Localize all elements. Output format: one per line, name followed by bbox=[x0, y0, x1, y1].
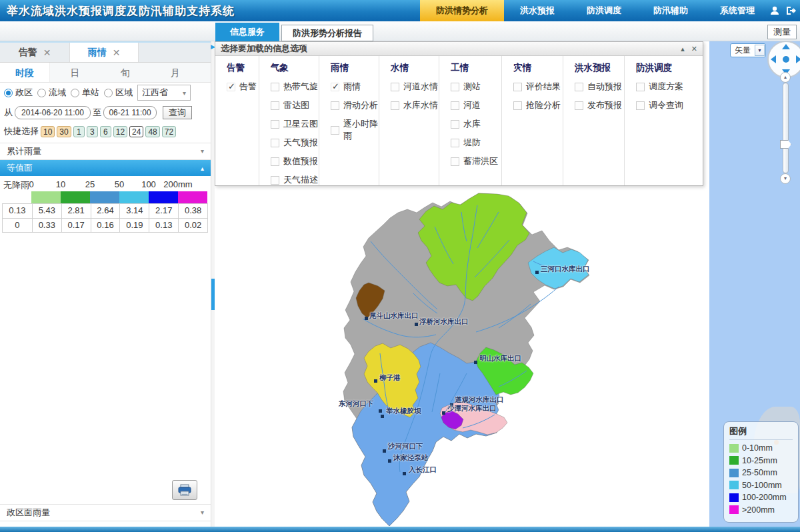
quick-select-button[interactable]: 10 bbox=[41, 126, 55, 137]
checkbox-item[interactable]: 告警 bbox=[215, 81, 259, 93]
quick-select-button[interactable]: 12 bbox=[113, 126, 127, 137]
nav-item[interactable]: 洪水预报 bbox=[504, 0, 571, 21]
checkbox-icon[interactable] bbox=[227, 83, 235, 91]
checkbox-item[interactable]: 调令查询 bbox=[625, 99, 691, 111]
station-label[interactable]: 东河河口下 bbox=[339, 399, 374, 409]
checkbox-item[interactable]: 堤防 bbox=[439, 137, 501, 149]
station-label[interactable]: 浮桥河水库出口 bbox=[419, 317, 469, 327]
quick-select-button[interactable]: 24 bbox=[129, 126, 143, 137]
checkbox-item[interactable]: 天气描述 bbox=[259, 174, 319, 186]
station-label[interactable]: 明山水库出口 bbox=[479, 354, 521, 363]
station-dot[interactable] bbox=[365, 317, 368, 320]
zoom-in-button[interactable]: ▴ bbox=[780, 72, 791, 83]
quick-select-button[interactable]: 48 bbox=[145, 126, 159, 137]
station-label[interactable]: 举水橡胶坝 bbox=[386, 407, 421, 416]
station-label[interactable]: 少潭河水库出口 bbox=[447, 404, 497, 413]
checkbox-item[interactable]: 雷达图 bbox=[259, 99, 319, 111]
query-button[interactable]: 查询 bbox=[163, 106, 192, 119]
station-dot[interactable] bbox=[535, 271, 539, 274]
checkbox-icon[interactable] bbox=[575, 83, 583, 91]
radio-district[interactable]: 政区 bbox=[4, 87, 33, 99]
quick-select-button[interactable]: 72 bbox=[162, 126, 176, 137]
checkbox-item[interactable]: 水库水情 bbox=[379, 99, 439, 111]
checkbox-icon[interactable] bbox=[331, 83, 339, 91]
checkbox-icon[interactable] bbox=[271, 83, 279, 91]
checkbox-icon[interactable] bbox=[451, 83, 459, 91]
period-tab-month[interactable]: 月 bbox=[150, 63, 200, 82]
period-tab-day[interactable]: 日 bbox=[50, 63, 100, 82]
station-label[interactable]: 沐家泾泵站 bbox=[393, 453, 429, 463]
checkbox-item[interactable]: 水库 bbox=[439, 118, 501, 130]
quick-select-button[interactable]: 6 bbox=[100, 126, 111, 137]
checkbox-icon[interactable] bbox=[331, 101, 339, 110]
checkbox-item[interactable]: 调度方案 bbox=[625, 81, 691, 93]
collapse-panel-icon[interactable]: ▴ bbox=[681, 45, 685, 53]
layer-select[interactable]: 矢量 ▾ bbox=[730, 43, 766, 57]
checkbox-icon[interactable] bbox=[391, 83, 399, 91]
checkbox-icon[interactable] bbox=[271, 157, 279, 166]
checkbox-icon[interactable] bbox=[271, 139, 279, 147]
station-label[interactable]: 道观河水库出口 bbox=[455, 395, 504, 405]
nav-item[interactable]: 防汛辅助 bbox=[637, 0, 704, 21]
quick-select-button[interactable]: 30 bbox=[57, 126, 71, 137]
checkbox-item[interactable]: 热带气旋 bbox=[259, 81, 319, 93]
radio-area[interactable]: 区域 bbox=[104, 87, 133, 99]
checkbox-item[interactable]: 蓄滞洪区 bbox=[439, 155, 501, 167]
checkbox-icon[interactable] bbox=[391, 101, 399, 110]
station-label[interactable]: 沙河河口下 bbox=[388, 442, 423, 451]
checkbox-icon[interactable] bbox=[451, 120, 459, 129]
checkbox-icon[interactable] bbox=[331, 126, 339, 135]
checkbox-item[interactable]: 逐小时降雨 bbox=[319, 118, 379, 142]
checkbox-icon[interactable] bbox=[451, 101, 459, 110]
checkbox-item[interactable]: 天气预报 bbox=[259, 137, 319, 149]
quick-select-button[interactable]: 1 bbox=[73, 126, 85, 137]
close-icon[interactable]: ✕ bbox=[43, 47, 51, 58]
checkbox-icon[interactable] bbox=[451, 139, 459, 147]
checkbox-icon[interactable] bbox=[636, 101, 645, 110]
date-from-input[interactable] bbox=[15, 106, 91, 119]
station-dot[interactable] bbox=[388, 459, 391, 463]
close-panel-icon[interactable]: ✕ bbox=[691, 45, 697, 53]
checkbox-item[interactable]: 评价结果 bbox=[502, 81, 563, 93]
pan-center-icon[interactable] bbox=[782, 55, 790, 63]
checkbox-item[interactable]: 抢险分析 bbox=[502, 99, 563, 111]
date-to-input[interactable] bbox=[103, 106, 157, 119]
close-icon[interactable]: ✕ bbox=[113, 47, 121, 58]
station-dot[interactable] bbox=[474, 361, 477, 364]
radio-station[interactable]: 单站 bbox=[71, 87, 99, 99]
checkbox-item[interactable]: 河道水情 bbox=[379, 81, 439, 93]
checkbox-icon[interactable] bbox=[271, 176, 279, 185]
checkbox-icon[interactable] bbox=[575, 101, 583, 110]
checkbox-icon[interactable] bbox=[451, 157, 459, 166]
period-tab-tenday[interactable]: 旬 bbox=[100, 63, 150, 82]
checkbox-icon[interactable] bbox=[513, 83, 522, 91]
station-dot[interactable] bbox=[374, 379, 377, 383]
checkbox-icon[interactable] bbox=[271, 120, 279, 129]
district-area-rain-header[interactable]: 政区面雨量▾ bbox=[0, 504, 211, 521]
checkbox-icon[interactable] bbox=[513, 101, 522, 110]
period-tab-range[interactable]: 时段 bbox=[0, 63, 50, 82]
checkbox-item[interactable]: 滑动分析 bbox=[319, 99, 379, 111]
station-dot[interactable] bbox=[383, 449, 386, 453]
isoline-header[interactable]: 等值面▴ bbox=[0, 160, 211, 176]
station-dot[interactable] bbox=[403, 472, 406, 475]
zoom-slider-track[interactable] bbox=[783, 83, 789, 173]
nav-item[interactable]: 防洪情势分析 bbox=[420, 0, 504, 21]
logout-icon[interactable] bbox=[785, 5, 796, 16]
station-dot[interactable] bbox=[381, 415, 384, 418]
user-icon[interactable] bbox=[769, 5, 780, 16]
sidebar-tab-alert[interactable]: 告警 ✕ bbox=[0, 43, 69, 62]
quick-select-button[interactable]: 3 bbox=[87, 126, 98, 137]
checkbox-item[interactable]: 河道 bbox=[439, 99, 501, 111]
tab-info-service[interactable]: 信息服务 bbox=[215, 23, 279, 41]
station-dot[interactable] bbox=[442, 411, 445, 415]
station-label[interactable]: 入长江口 bbox=[409, 465, 437, 475]
checkbox-icon[interactable] bbox=[271, 101, 279, 110]
station-label[interactable]: 柳子港 bbox=[379, 373, 401, 383]
station-label[interactable]: 三河口水库出口 bbox=[541, 265, 590, 274]
print-button[interactable] bbox=[172, 480, 197, 500]
checkbox-item[interactable]: 雨情 bbox=[319, 81, 379, 93]
nav-item[interactable]: 系统管理 bbox=[704, 0, 771, 21]
station-dot[interactable] bbox=[415, 323, 418, 326]
checkbox-item[interactable]: 自动预报 bbox=[563, 81, 624, 93]
